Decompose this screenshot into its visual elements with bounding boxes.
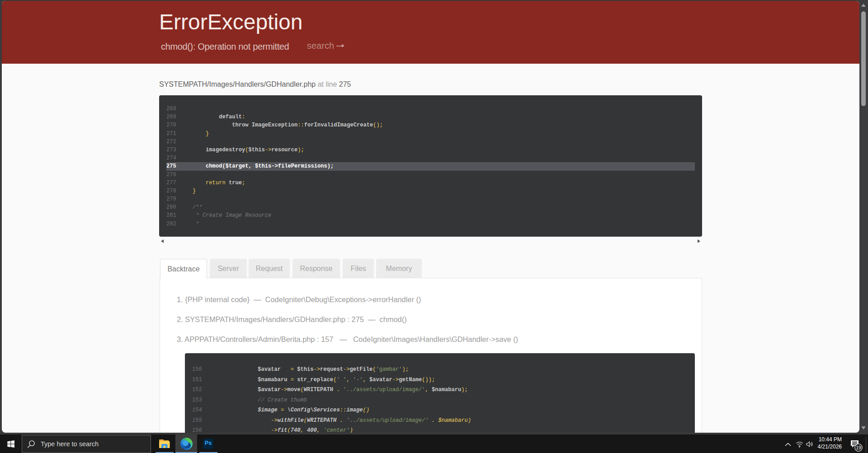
svg-text:19: 19 [856, 445, 861, 450]
